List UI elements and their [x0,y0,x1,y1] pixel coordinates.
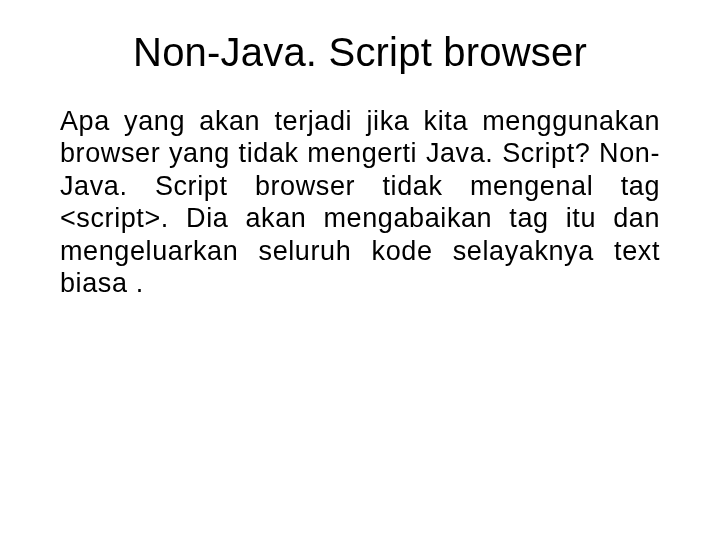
slide: Non-Java. Script browser Apa yang akan t… [0,0,720,540]
slide-body: Apa yang akan terjadi jika kita mengguna… [60,105,660,299]
slide-title: Non-Java. Script browser [60,30,660,75]
